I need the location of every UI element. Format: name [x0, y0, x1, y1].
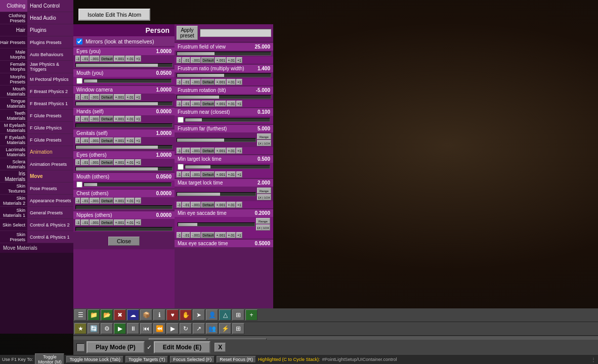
- toggle-mouse-button[interactable]: Toggle Mouse Lock (Tab): [66, 356, 123, 363]
- toolbar-btn-star[interactable]: ★: [74, 323, 87, 334]
- toolbar-btn-new[interactable]: 📂: [101, 309, 113, 321]
- sidebar-right-jaw-physics[interactable]: Jaw Physics & Triggers: [28, 61, 73, 73]
- toolbar-btn-cursor[interactable]: ↗: [193, 323, 205, 334]
- slider-plus01-eyes-you[interactable]: +.01: [125, 56, 135, 62]
- sidebar-left-mouth-materials[interactable]: Mouth Materials: [0, 85, 28, 97]
- sidebar-item-tongue-materials-f-breast1[interactable]: Tongue Materials F Breast Physics 1: [0, 98, 73, 110]
- toolbar-btn-heart[interactable]: ♥: [166, 309, 179, 321]
- sidebar-item-skin-textures-pose-presets[interactable]: Skin Textures Pose Presets: [0, 183, 73, 195]
- sidebar-left-m-eyelash[interactable]: M Eyelash Materials: [0, 122, 28, 133]
- toolbar-btn-pause[interactable]: ⏸: [127, 323, 139, 334]
- slider-bar-frustrum-near[interactable]: [185, 118, 270, 122]
- sidebar-left-skin-textures[interactable]: Skin Textures: [0, 183, 28, 194]
- preset-input[interactable]: [200, 29, 271, 37]
- sidebar-left-female-morphs[interactable]: Female Morphs: [0, 61, 28, 73]
- sidebar-right-head-audio[interactable]: Head Audio: [28, 12, 73, 24]
- toggle-targets-button[interactable]: Toggle Targets (T): [125, 356, 168, 363]
- sidebar-right-f-breast-physics2[interactable]: F Breast Physics 2: [28, 85, 73, 97]
- toolbar-btn-grid[interactable]: ⊞: [232, 309, 244, 321]
- sidebar-item-lacrimals-animation[interactable]: Lacrimals Materials Animation: [0, 146, 73, 158]
- slider-bar-nipples-others[interactable]: [75, 227, 173, 231]
- toolbar-btn-cloud[interactable]: ☁: [127, 309, 139, 321]
- sidebar-item-teeth-f-glute-presets[interactable]: Teeth Materials F Glute Presets: [0, 110, 73, 122]
- slider-bar-max-target-lock[interactable]: [177, 192, 256, 196]
- toolbar-btn-package[interactable]: 📦: [140, 309, 152, 321]
- toolbar-btn-rewind[interactable]: ⏪: [153, 323, 165, 334]
- sidebar-left-f-eyelash[interactable]: F Eyelash Materials: [0, 134, 28, 146]
- slider-bar-mouth-others[interactable]: [83, 183, 172, 187]
- sidebar-item-skin-presets-control1[interactable]: Skin Presets Control & Physics 1: [0, 231, 73, 243]
- sidebar-item-mouth-materials-f-breast2[interactable]: Mouth Materials F Breast Physics 2: [0, 85, 73, 98]
- sidebar-item-clothing-presets-audio[interactable]: Clothing Presets Head Audio: [0, 12, 73, 24]
- sidebar-left-clothing[interactable]: Clothing: [0, 0, 28, 12]
- toolbar-btn-group[interactable]: 👥: [206, 323, 218, 334]
- sidebar-right-f-glute-presets2[interactable]: F Glute Presets: [28, 134, 73, 146]
- sidebar-item-clothing-hand[interactable]: Clothing Hand Control: [0, 0, 73, 12]
- sidebar-item-skin-materials2-appearance[interactable]: Skin Materials 2 Appearance Presets: [0, 195, 73, 207]
- toolbar-btn-triangle[interactable]: △: [219, 309, 231, 321]
- sidebar-left-skin-presets[interactable]: Skin Presets: [0, 231, 28, 243]
- isolate-edit-button[interactable]: Isolate Edit This Atom: [78, 9, 150, 21]
- slider-bar-frustrum-rotation[interactable]: [177, 95, 271, 99]
- sidebar-left-male-morphs[interactable]: Male Morphs: [0, 49, 28, 60]
- slider-minus01-eyes-you[interactable]: -.01: [81, 56, 89, 62]
- sidebar-item-iris-move[interactable]: Iris Materials Move: [0, 170, 73, 183]
- sidebar-right-pose-presets[interactable]: Pose Presets: [28, 183, 73, 194]
- toolbar-btn-play2[interactable]: ▶: [166, 323, 179, 334]
- frustrum-near-checkbox[interactable]: [178, 117, 184, 123]
- help-dots-button[interactable]: ⋮: [591, 357, 596, 362]
- sidebar-left-sclera[interactable]: Sclera Materials: [0, 158, 28, 170]
- sidebar-left-tongue-materials[interactable]: Tongue Materials: [0, 98, 28, 109]
- sidebar-left-iris[interactable]: Iris Materials: [0, 170, 28, 182]
- toolbar-btn-info[interactable]: ℹ: [153, 309, 165, 321]
- toolbar-btn-gear[interactable]: ⚙: [101, 323, 113, 334]
- close-panel-button[interactable]: Close: [108, 237, 140, 246]
- toolbar-btn-close[interactable]: ✖: [114, 309, 126, 321]
- sidebar-item-morphs-presets-pectoral[interactable]: Morphs Presets M Pectoral Physics: [0, 73, 73, 85]
- min-target-lock-checkbox[interactable]: [178, 164, 184, 170]
- sidebar-item-m-eyelash-f-glute-physics[interactable]: M Eyelash Materials F Glute Physics: [0, 122, 73, 134]
- apply-preset-button[interactable]: Applypreset: [177, 26, 198, 40]
- slider-bar-mouth-you[interactable]: [83, 79, 172, 83]
- sidebar-item-hair-plugins[interactable]: Hair Plugins: [0, 24, 73, 36]
- sidebar-item-f-eyelash-f-glute-presets2[interactable]: F Eyelash Materials F Glute Presets: [0, 134, 73, 146]
- slider-minus-window-camera[interactable]: -1: [75, 94, 80, 100]
- sidebar-right-appearance-presets[interactable]: Appearance Presets: [28, 195, 73, 206]
- toolbar-btn-cycle[interactable]: ↻: [180, 323, 192, 334]
- toolbar-btn-file[interactable]: 📁: [88, 309, 100, 321]
- edit-mode-button[interactable]: Edit Mode (E): [154, 341, 211, 353]
- sidebar-left-skin-select[interactable]: Skin Select: [0, 219, 28, 231]
- mouth-others-checkbox[interactable]: [76, 181, 82, 188]
- sidebar-item-skin-materials1-general[interactable]: Skin Materials 1 General Presets: [0, 207, 73, 219]
- sidebar-item-skin-select-control2[interactable]: Skin Select Control & Physics 2: [0, 219, 73, 231]
- sidebar-right-plugins-presets[interactable]: Plugins Presets: [28, 36, 73, 48]
- slider-bar-frustrum-ratio[interactable]: [177, 73, 271, 77]
- slider-bar-chest-others[interactable]: [75, 205, 173, 209]
- sidebar-right-animation-presets[interactable]: Animation Presets: [28, 158, 73, 170]
- focus-selected-button[interactable]: Focus Selected (F): [170, 356, 215, 363]
- sidebar-right-f-breast-physics1[interactable]: F Breast Physics 1: [28, 98, 73, 109]
- slider-plus001-eyes-you[interactable]: +.001: [114, 56, 125, 62]
- toolbar-btn-plus[interactable]: +: [245, 309, 258, 321]
- slider-minus-eyes-you[interactable]: -1: [75, 56, 80, 62]
- sidebar-right-m-pectoral[interactable]: M Pectoral Physics: [28, 73, 73, 85]
- mouth-you-checkbox[interactable]: [76, 78, 82, 84]
- play-mode-button[interactable]: Play Mode (P): [87, 341, 145, 353]
- sidebar-item-sclera-animation-presets[interactable]: Sclera Materials Animation Presets: [0, 158, 73, 170]
- mirrors-checkbox[interactable]: [76, 38, 82, 44]
- sidebar-left-lacrimals[interactable]: Lacrimals Materials: [0, 146, 28, 158]
- sidebar-right-move[interactable]: Move: [28, 170, 73, 182]
- slider-bar-window-camera[interactable]: [75, 102, 173, 106]
- mirrors-row[interactable]: Mirrors (look at themselves): [73, 37, 175, 46]
- toolbar-btn-grid2[interactable]: ⊞: [232, 323, 244, 334]
- sidebar-right-f-glute-physics[interactable]: F Glute Physics: [28, 122, 73, 133]
- sidebar-right-animation[interactable]: Animation: [28, 146, 73, 158]
- slider-minus001-eyes-you[interactable]: -.001: [90, 56, 100, 62]
- sidebar-left-morphs-presets[interactable]: Morphs Presets: [0, 73, 28, 85]
- slider-bar-min-eye-saccade[interactable]: [178, 222, 255, 226]
- sidebar-right-general-presets[interactable]: General Presets: [28, 207, 73, 218]
- sidebar-item-female-morphs-jaw[interactable]: Female Morphs Jaw Physics & Triggers: [0, 61, 73, 73]
- slider-bar-min-target-lock[interactable]: [185, 165, 270, 169]
- toolbar-btn-refresh[interactable]: 🔄: [88, 323, 100, 334]
- toolbar-btn-person[interactable]: 👤: [206, 309, 218, 321]
